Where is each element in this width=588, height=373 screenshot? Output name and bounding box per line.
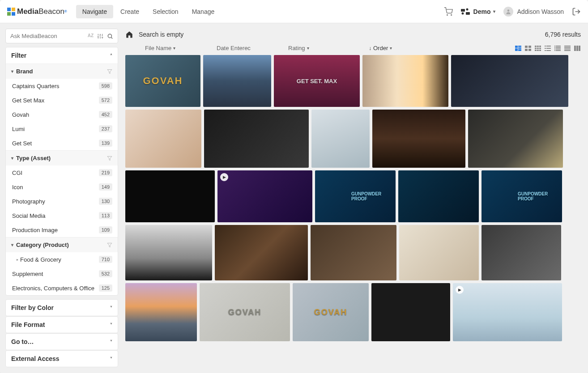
search-status-bar: Search is empty 6,796 results (125, 29, 581, 43)
filter-item[interactable]: Captains Quarters598 (6, 79, 118, 93)
asset-thumbnail[interactable]: GUNPOWDER PROOF (481, 170, 562, 222)
gallery-row: ▶GUNPOWDER PROOFGUNPOWDER PROOF (125, 170, 579, 222)
sidebar-panel: External Access˅ (5, 350, 118, 367)
asset-thumbnail[interactable] (215, 225, 308, 280)
filter-item[interactable]: Supplement532 (6, 267, 118, 281)
view-grid-large-icon[interactable] (524, 45, 532, 51)
filter-item[interactable]: Get Set139 (6, 136, 118, 150)
cart-icon[interactable] (444, 7, 453, 16)
asset-thumbnail[interactable]: GOVAH (200, 283, 290, 341)
svg-point-10 (507, 9, 510, 12)
col-file-name[interactable]: File Name ▾ (145, 45, 217, 51)
nav-item-manage[interactable]: Manage (186, 5, 221, 18)
asset-thumbnail[interactable] (311, 110, 370, 168)
svg-rect-42 (537, 50, 539, 51)
view-columns-icon[interactable] (574, 45, 581, 51)
asset-thumbnail[interactable] (311, 225, 396, 280)
filter-item[interactable]: Icon149 (6, 180, 118, 194)
asset-thumbnail[interactable] (399, 225, 479, 280)
logout-icon[interactable] (572, 7, 581, 16)
svg-rect-57 (556, 50, 561, 51)
asset-thumbnail[interactable] (398, 170, 479, 222)
svg-rect-43 (539, 50, 541, 51)
svg-rect-28 (518, 47, 521, 49)
filter-item[interactable]: Social Media113 (6, 208, 118, 223)
svg-rect-0 (7, 8, 11, 11)
asset-thumbnail[interactable]: GOVAH (125, 55, 200, 107)
asset-thumbnail[interactable]: GUNPOWDER PROOF (315, 170, 396, 222)
search-box[interactable]: AZ (5, 29, 118, 43)
svg-point-7 (466, 8, 468, 10)
nav-item-create[interactable]: Create (114, 5, 145, 18)
asset-thumbnail[interactable] (125, 170, 215, 222)
svg-rect-64 (579, 46, 580, 51)
filter-item[interactable]: ▸Food & Grocery710 (6, 252, 118, 267)
view-masonry-icon[interactable] (515, 45, 522, 51)
sidebar-panel: File Format˅ (5, 316, 118, 333)
avatar-icon (503, 7, 513, 17)
asset-thumbnail[interactable] (451, 55, 568, 107)
asset-thumbnail[interactable]: GET SET. MAX (274, 55, 360, 107)
user-menu[interactable]: Addison Wasson (503, 7, 564, 17)
asset-thumbnail[interactable] (125, 225, 212, 280)
asset-thumbnail[interactable] (468, 110, 563, 168)
asset-thumbnail[interactable] (362, 55, 448, 107)
filter-item[interactable]: Govah452 (6, 107, 118, 122)
svg-rect-62 (574, 46, 576, 51)
results-count: 6,796 results (545, 31, 581, 38)
asset-thumbnail[interactable] (203, 55, 271, 107)
col-order[interactable]: ↓Order ▾ (369, 45, 392, 51)
filter-panel-header[interactable]: Filter ˄ (6, 47, 118, 64)
asset-thumbnail[interactable] (204, 110, 309, 168)
svg-rect-32 (528, 46, 531, 48)
col-rating[interactable]: Rating ▾ (288, 45, 369, 51)
sliders-icon[interactable] (97, 33, 103, 39)
svg-point-21 (108, 34, 111, 38)
asset-thumbnail[interactable]: GOVAH (293, 283, 369, 341)
view-table-icon[interactable] (564, 45, 571, 51)
col-date-entered[interactable]: Date Enterec (217, 45, 288, 51)
asset-thumbnail[interactable]: ▶ (453, 283, 562, 341)
filter-item[interactable]: CGI219 (6, 165, 118, 180)
svg-rect-50 (554, 46, 555, 47)
caret-down-icon: ▾ (493, 9, 495, 14)
workspace-selector[interactable]: Demo ▾ (461, 8, 496, 15)
panel-header[interactable]: Go to…˅ (6, 334, 118, 350)
nav-item-navigate[interactable]: Navigate (76, 5, 113, 18)
svg-rect-33 (525, 49, 528, 51)
asset-thumbnail[interactable] (371, 283, 450, 341)
az-sort-icon[interactable]: AZ (88, 33, 94, 39)
svg-rect-27 (518, 46, 521, 47)
filter-section-header[interactable]: ▾Type (Asset) (6, 150, 118, 165)
filter-section-header[interactable]: ▾Category (Product) (6, 237, 118, 252)
search-input[interactable] (10, 33, 88, 39)
view-list-compact-icon[interactable] (554, 45, 561, 51)
asset-thumbnail[interactable] (125, 283, 197, 341)
filter-item[interactable]: Photography130 (6, 194, 118, 208)
panel-header[interactable]: External Access˅ (6, 351, 118, 367)
asset-thumbnail[interactable] (481, 225, 561, 280)
svg-rect-44 (545, 46, 546, 47)
filter-section-header[interactable]: ▾Brand (6, 64, 118, 79)
svg-line-22 (111, 37, 113, 38)
asset-thumbnail[interactable]: ▶ (217, 170, 312, 222)
filter-item[interactable]: Lumi237 (6, 122, 118, 136)
asset-thumbnail[interactable] (125, 110, 201, 168)
search-icon[interactable] (107, 33, 113, 39)
sidebar: AZ Filter ˄ ▾BrandCaptains Quarters598Ge… (0, 23, 124, 373)
svg-marker-24 (107, 156, 112, 160)
filter-item[interactable]: Get Set Max572 (6, 93, 118, 107)
nav-item-selection[interactable]: Selection (146, 5, 185, 18)
filter-item[interactable]: Production Image109 (6, 223, 118, 237)
app-logo[interactable]: MediaBeacon® (7, 7, 67, 16)
asset-thumbnail[interactable] (372, 110, 465, 168)
filter-panel: Filter ˄ ▾BrandCaptains Quarters598Get S… (5, 47, 118, 296)
gallery-row (125, 225, 579, 280)
panel-header[interactable]: File Format˅ (6, 317, 118, 333)
view-list-icon[interactable] (544, 45, 551, 51)
panel-header[interactable]: Filter by Color˅ (6, 300, 118, 316)
filter-item[interactable]: Electronics, Computers & Office125 (6, 281, 118, 295)
logo-text-b: Beacon (38, 7, 64, 16)
home-icon[interactable] (125, 30, 133, 38)
view-grid-small-icon[interactable] (534, 45, 541, 51)
